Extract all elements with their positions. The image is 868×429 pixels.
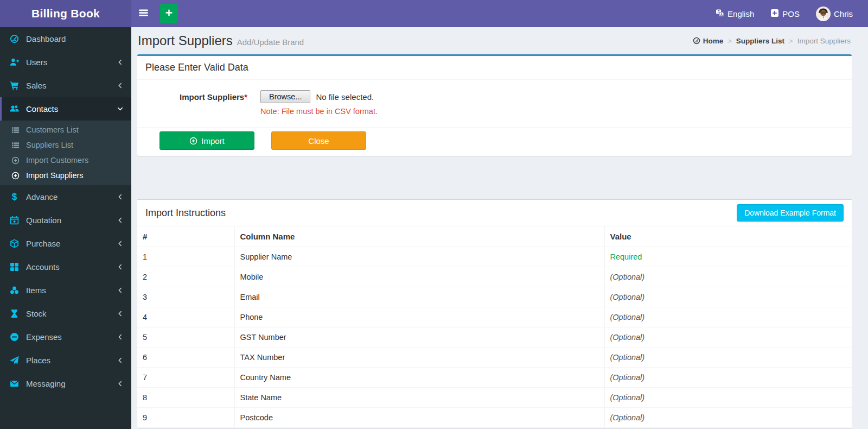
row-value: (Optional) [604,408,852,428]
sidebar-item-label: Users [26,58,47,67]
dashboard-icon [693,37,700,45]
sidebar-item-label: Dashboard [26,34,66,43]
language-menu[interactable]: English [716,9,754,19]
download-example-button[interactable]: Download Example Format [737,204,844,222]
row-value: (Optional) [604,368,852,388]
app-logo[interactable]: Billing Book [0,0,131,27]
import-button[interactable]: Import [159,131,254,150]
table-header-: # [137,226,234,247]
browse-button[interactable]: Browse... [260,90,310,103]
table-row: 7Country Name(Optional) [137,368,852,388]
import-form-card: Please Enter Valid Data Import Suppliers… [137,54,852,156]
envelope-icon [9,379,20,388]
sidebar-item-items[interactable]: Items [0,279,131,302]
main-header: Billing Book English POS Chris [0,0,868,27]
sidebar-item-label: Stock [26,309,47,318]
instructions-table-body: 1Supplier NameRequired2Mobile(Optional)3… [137,247,852,428]
table-header-value: Value [604,226,852,247]
sidebar-item-purchase[interactable]: Purchase [0,232,131,255]
row-value: (Optional) [604,348,852,368]
sidebar-item-advance[interactable]: $Advance [0,185,131,209]
file-field-control: Browse... No file selected. Note: File m… [260,90,378,116]
sidebar-item-stock[interactable]: Stock [0,302,131,325]
sidebar-item-label: Accounts [26,262,60,272]
sidebar-toggle-button[interactable] [131,0,155,27]
cart-icon [9,81,20,90]
sidebar-item-label: Quotation [26,216,61,225]
sidebar-item-quotation[interactable]: Quotation [0,209,131,232]
row-number: 8 [137,388,234,408]
breadcrumb-item-import-suppliers: Import Suppliers [797,37,851,45]
row-column-name: Country Name [234,368,604,388]
sidebar-subitem-customers-list[interactable]: Customers List [0,122,131,137]
sidebar-item-users[interactable]: Users [0,51,131,74]
paper-plane-icon [9,356,20,365]
sidebar-item-sales[interactable]: Sales [0,74,131,97]
form-card-header: Please Enter Valid Data [137,56,852,80]
row-column-name: GST Number [234,327,604,348]
row-number: 3 [137,287,234,307]
sidebar-subitem-suppliers-list[interactable]: Suppliers List [0,137,131,153]
chevron-left-icon [117,240,124,247]
sidebar-item-label: Contacts [26,104,58,113]
sidebar-item-label: Items [26,286,46,295]
row-number: 7 [137,368,234,388]
sidebar-menu: DashboardUsersSalesContactsCustomers Lis… [0,27,131,395]
chevron-left-icon [117,82,124,89]
content-header: Import SuppliersAdd/Update Brand Home>Su… [137,27,852,54]
table-header-column-name: Column Name [234,226,604,247]
table-row: 4Phone(Optional) [137,307,852,327]
chevron-down-icon [117,105,124,112]
quick-add-button[interactable] [160,4,178,23]
chevron-left-icon [117,287,124,294]
row-value: Required [604,247,852,267]
sidebar-item-expenses[interactable]: Expenses [0,325,131,349]
chevron-left-icon [117,193,124,200]
close-button[interactable]: Close [271,131,366,150]
grid-icon [9,262,20,272]
sidebar-item-dashboard[interactable]: Dashboard [0,27,131,51]
page-title-text: Import Suppliers [138,33,233,48]
sidebar-item-label: Places [26,356,50,365]
row-value: (Optional) [604,267,852,287]
sidebar-item-label: Messaging [26,379,66,388]
plus-icon [165,9,173,18]
sidebar-item-contacts[interactable]: Contacts [0,97,131,121]
sidebar-subitem-import-customers[interactable]: Import Customers [0,153,131,168]
row-number: 9 [137,408,234,428]
sidebar-item-accounts[interactable]: Accounts [0,255,131,279]
pos-label: POS [782,9,800,18]
breadcrumb-item-home[interactable]: Home [693,37,724,45]
instructions-header: Import Instructions Download Example For… [137,200,852,226]
sidebar-item-messaging[interactable]: Messaging [0,372,131,395]
sidebar-item-label: Advance [26,192,58,201]
cube-icon [9,239,20,248]
import-instructions-card: Import Instructions Download Example For… [137,199,852,428]
language-label: English [727,9,754,18]
sidebar-subitem-import-suppliers[interactable]: Import Suppliers [0,168,131,183]
sidebar-subitem-label: Import Suppliers [26,171,84,180]
table-row: 2Mobile(Optional) [137,267,852,287]
row-column-name: Postcode [234,408,604,428]
csv-format-note: Note: File must be in CSV format. [260,107,378,116]
row-number: 5 [137,327,234,348]
row-number: 2 [137,267,234,287]
cubes-icon [9,286,20,295]
table-row: 9Postcode(Optional) [137,408,852,428]
sidebar-subitem-label: Suppliers List [26,141,73,149]
table-row: 8State Name(Optional) [137,388,852,408]
user-menu[interactable]: Chris [816,7,853,21]
sidebar-item-label: Expenses [26,332,62,342]
form-actions: Import Close [137,128,852,156]
dollar-icon: $ [9,192,20,201]
users-icon [9,104,20,113]
breadcrumb-item-suppliers-list[interactable]: Suppliers List [736,37,784,45]
sidebar-subitem-label: Customers List [26,125,79,134]
row-value: (Optional) [604,327,852,348]
top-navbar: English POS Chris [131,0,868,27]
chevron-left-icon [117,380,124,387]
sidebar-item-places[interactable]: Places [0,349,131,372]
sidebar-item-label: Sales [26,81,47,90]
main-content: Import SuppliersAdd/Update Brand Home>Su… [131,0,868,428]
pos-button[interactable]: POS [770,9,800,19]
